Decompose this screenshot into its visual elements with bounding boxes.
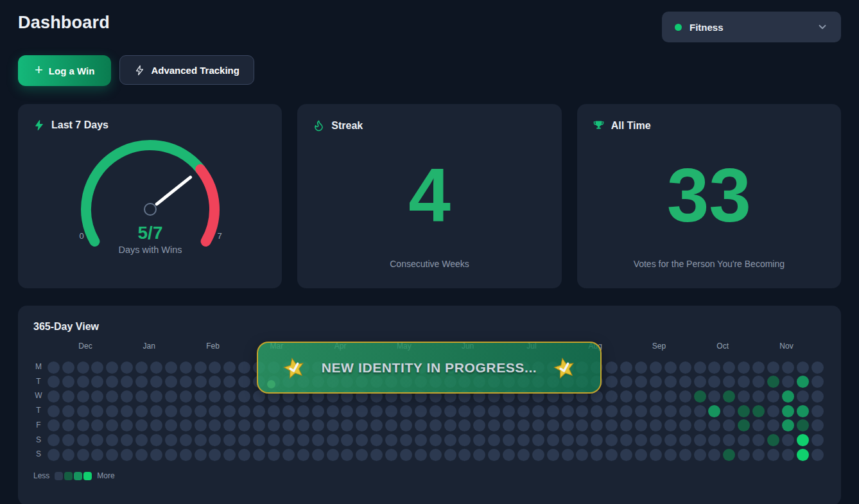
category-selector[interactable]: Fitness [662,12,841,42]
heatmap-cell[interactable] [620,419,632,431]
heatmap-cell[interactable] [430,405,442,417]
heatmap-cell[interactable] [664,376,677,388]
heatmap-cell[interactable] [650,361,662,374]
heatmap-cell[interactable] [238,405,250,417]
heatmap-cell[interactable] [488,434,500,446]
heatmap-cell[interactable] [121,405,133,417]
heatmap-cell[interactable] [782,390,794,403]
heatmap-cell[interactable] [635,449,647,461]
heatmap-cell[interactable] [782,405,794,417]
heatmap-cell[interactable] [591,419,603,431]
heatmap-cell[interactable] [77,361,89,374]
heatmap-cell[interactable] [62,376,74,388]
heatmap-cell[interactable] [195,405,207,417]
heatmap-cell[interactable] [503,449,515,461]
heatmap-cell[interactable] [694,361,706,374]
heatmap-cell[interactable] [48,390,60,403]
heatmap-cell[interactable] [723,361,735,374]
heatmap-cell[interactable] [811,449,824,461]
heatmap-cell[interactable] [767,405,779,417]
heatmap-cell[interactable] [591,434,603,446]
heatmap-cell[interactable] [135,405,148,417]
heatmap-cell[interactable] [106,434,118,446]
heatmap-cell[interactable] [723,419,735,431]
heatmap-cell[interactable] [195,449,207,461]
heatmap-cell[interactable] [180,434,192,446]
heatmap-cell[interactable] [797,376,809,388]
heatmap-cell[interactable] [767,390,779,403]
heatmap-cell[interactable] [121,361,133,374]
heatmap-cell[interactable] [664,361,677,374]
heatmap-cell[interactable] [165,405,177,417]
heatmap-cell[interactable] [268,419,280,431]
heatmap-cell[interactable] [635,405,647,417]
heatmap-cell[interactable] [458,405,471,417]
heatmap-cell[interactable] [238,434,250,446]
heatmap-cell[interactable] [48,419,60,431]
heatmap-cell[interactable] [165,376,177,388]
heatmap-cell[interactable] [195,390,207,403]
heatmap-cell[interactable] [797,361,809,374]
heatmap-cell[interactable] [77,449,89,461]
heatmap-cell[interactable] [650,449,662,461]
heatmap-cell[interactable] [738,405,750,417]
heatmap-cell[interactable] [62,361,74,374]
heatmap-cell[interactable] [135,449,148,461]
heatmap-cell[interactable] [341,434,353,446]
heatmap-cell[interactable] [562,419,574,431]
heatmap-cell[interactable] [150,449,162,461]
heatmap-cell[interactable] [767,419,779,431]
heatmap-cell[interactable] [576,419,588,431]
heatmap-cell[interactable] [180,376,192,388]
heatmap-cell[interactable] [620,449,632,461]
heatmap-cell[interactable] [723,376,735,388]
heatmap-cell[interactable] [282,449,295,461]
heatmap-cell[interactable] [562,405,574,417]
heatmap-cell[interactable] [282,434,295,446]
heatmap-cell[interactable] [767,434,779,446]
heatmap-cell[interactable] [752,405,765,417]
heatmap-cell[interactable] [415,419,427,431]
heatmap-cell[interactable] [635,361,647,374]
heatmap-cell[interactable] [312,419,324,431]
heatmap-cell[interactable] [664,449,677,461]
heatmap-cell[interactable] [400,405,412,417]
heatmap-cell[interactable] [150,390,162,403]
heatmap-cell[interactable] [679,419,691,431]
heatmap-cell[interactable] [48,361,60,374]
heatmap-cell[interactable] [664,390,677,403]
heatmap-cell[interactable] [738,361,750,374]
heatmap-cell[interactable] [209,419,221,431]
heatmap-cell[interactable] [517,405,530,417]
heatmap-cell[interactable] [694,434,706,446]
heatmap-cell[interactable] [415,434,427,446]
heatmap-cell[interactable] [767,361,779,374]
heatmap-cell[interactable] [708,405,720,417]
heatmap-cell[interactable] [195,419,207,431]
heatmap-cell[interactable] [635,390,647,403]
heatmap-cell[interactable] [444,434,456,446]
heatmap-cell[interactable] [664,419,677,431]
heatmap-cell[interactable] [782,419,794,431]
heatmap-cell[interactable] [767,376,779,388]
heatmap-cell[interactable] [400,449,412,461]
heatmap-cell[interactable] [811,405,824,417]
heatmap-cell[interactable] [708,361,720,374]
heatmap-cell[interactable] [121,449,133,461]
heatmap-cell[interactable] [268,434,280,446]
heatmap-cell[interactable] [180,405,192,417]
heatmap-cell[interactable] [195,361,207,374]
heatmap-cell[interactable] [180,419,192,431]
heatmap-cell[interactable] [782,449,794,461]
heatmap-cell[interactable] [77,419,89,431]
heatmap-cell[interactable] [341,405,353,417]
heatmap-cell[interactable] [811,390,824,403]
heatmap-cell[interactable] [62,405,74,417]
heatmap-cell[interactable] [797,419,809,431]
heatmap-cell[interactable] [430,434,442,446]
heatmap-cell[interactable] [679,390,691,403]
heatmap-cell[interactable] [650,405,662,417]
heatmap-cell[interactable] [605,434,618,446]
heatmap-cell[interactable] [356,419,368,431]
heatmap-cell[interactable] [150,405,162,417]
